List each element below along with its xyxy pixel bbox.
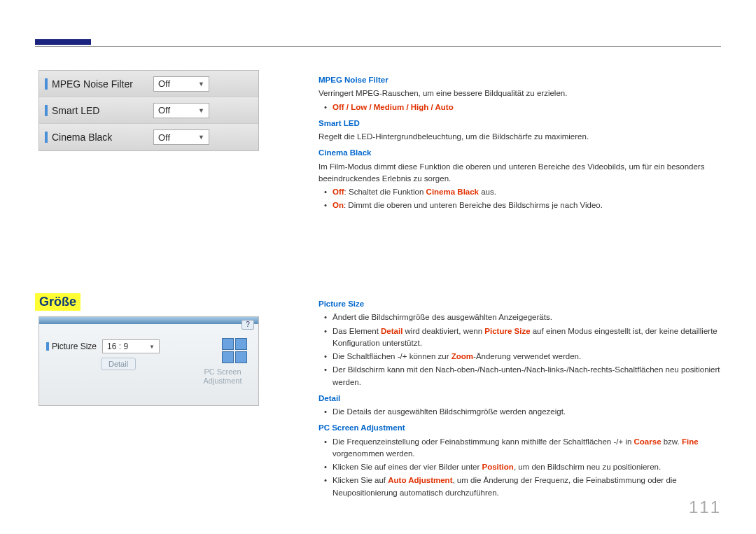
menu-figure-size: ? Picture Size 16 : 9 ▼ Detail PC Screen… <box>38 316 259 406</box>
dropdown-value: Off <box>158 105 170 115</box>
pcs-item-1: Die Frequenzeinstellung oder Feinabstimm… <box>318 436 721 461</box>
dropdown-mpeg[interactable]: Off ▼ <box>153 76 209 92</box>
detail-item-1: Die Details der ausgewählten Bildschirmg… <box>318 406 721 418</box>
text-column-lower: Picture Size Ändert die Bildschirmgröße … <box>318 294 721 500</box>
detail-button[interactable]: Detail <box>101 358 136 370</box>
picture-size-label: Picture Size <box>46 342 97 351</box>
menu-figure-noise: MPEG Noise Filter Off ▼ Smart LED Off ▼ … <box>38 70 259 151</box>
chevron-down-icon: ▼ <box>149 344 155 350</box>
desc-cinema: Im Film-Modus dimmt diese Funktion die o… <box>318 161 721 185</box>
section-heading-size: Größe <box>35 293 80 311</box>
indicator-icon <box>45 78 48 90</box>
heading-cinema: Cinema Black <box>318 147 721 159</box>
menu-row-mpeg: MPEG Noise Filter Off ▼ <box>39 71 258 97</box>
help-icon[interactable]: ? <box>241 320 254 330</box>
ps-item-4: Der Bildschirm kann mit den Nach-oben-/N… <box>318 364 721 388</box>
heading-detail: Detail <box>318 393 721 405</box>
dropdown-smartled[interactable]: Off ▼ <box>153 103 209 118</box>
menu-label: MPEG Noise Filter <box>52 78 153 90</box>
pcs-item-3: Klicken Sie auf Auto Adjustment, um die … <box>318 475 721 499</box>
options-mpeg: Off / Low / Medium / High / Auto <box>318 101 721 113</box>
dropdown-cinema[interactable]: Off ▼ <box>153 129 209 145</box>
chevron-down-icon: ▼ <box>198 134 204 141</box>
header-accent-bar <box>35 39 91 45</box>
heading-picturesize: Picture Size <box>318 298 721 310</box>
ps-item-3: Die Schaltflächen -/+ können zur Zoom-Än… <box>318 351 721 363</box>
position-grid-icon[interactable] <box>222 338 247 363</box>
cinema-off-item: Off: Schaltet die Funktion Cinema Black … <box>318 186 721 198</box>
heading-mpeg: MPEG Noise Filter <box>318 74 721 86</box>
ps-item-2: Das Element Detail wird deaktiviert, wen… <box>318 325 721 350</box>
ps-item-1: Ändert die Bildschirmgröße des ausgewähl… <box>318 311 721 323</box>
text-column-upper: MPEG Noise Filter Verringert MPEG-Rausch… <box>318 70 721 213</box>
dropdown-value: Off <box>158 132 170 143</box>
chevron-down-icon: ▼ <box>198 80 204 87</box>
desc-smartled: Regelt die LED-Hintergrundbeleuchtung, u… <box>318 131 721 143</box>
menu-label: Cinema Black <box>52 132 153 143</box>
heading-smartled: Smart LED <box>318 118 721 129</box>
menu-row-smartled: Smart LED Off ▼ <box>39 97 258 124</box>
picture-size-select[interactable]: 16 : 9 ▼ <box>102 339 160 353</box>
picture-size-value: 16 : 9 <box>107 342 128 351</box>
page-number: 111 <box>689 498 721 517</box>
indicator-icon <box>45 105 48 116</box>
pc-screen-adjustment-label: PC Screen Adjustment <box>198 367 247 386</box>
indicator-icon <box>45 132 48 143</box>
menu-row-cinema: Cinema Black Off ▼ <box>39 124 258 150</box>
heading-pcscreen: PC Screen Adjustment <box>318 422 721 434</box>
desc-mpeg: Verringert MPEG-Rauschen, um eine besser… <box>318 87 721 99</box>
dropdown-value: Off <box>158 78 170 89</box>
pcs-item-2: Klicken Sie auf eines der vier Bilder un… <box>318 461 721 473</box>
menu-label: Smart LED <box>52 105 153 116</box>
picture-size-row: Picture Size 16 : 9 ▼ <box>46 339 251 353</box>
cinema-on-item: On: Dimmt die oberen und unteren Bereich… <box>318 199 721 211</box>
horizontal-rule <box>35 46 721 47</box>
chevron-down-icon: ▼ <box>198 107 204 114</box>
